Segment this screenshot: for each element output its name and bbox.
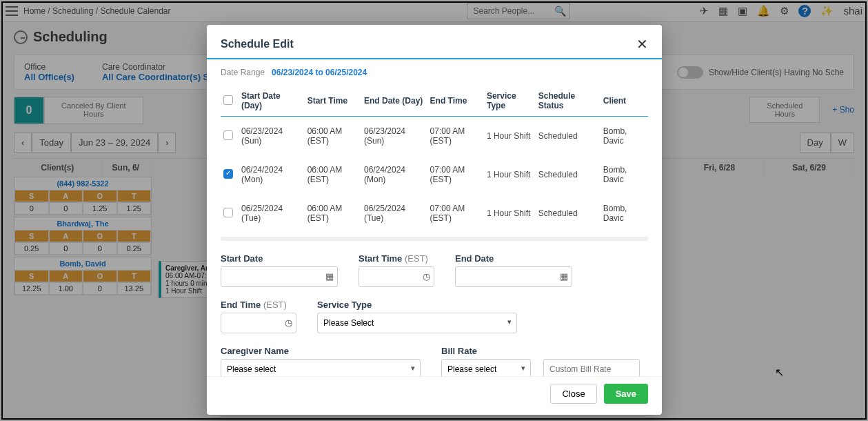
table-cell: 06/23/2024 (Sun) [361,117,427,156]
table-cell: 06:00 AM (EST) [305,155,361,194]
table-cell: 07:00 AM (EST) [427,155,484,194]
select-all-checkbox[interactable] [223,95,233,105]
date-range-row: Date Range 06/23/2024 to 06/25/2024 [221,68,648,77]
end-date-input[interactable] [455,266,572,287]
modal-footer: Close Save [207,376,662,415]
caregiver-select[interactable]: Please select [221,359,421,376]
start-time-label: Start Time (EST) [359,253,434,264]
table-row[interactable]: 06/24/2024 (Mon)06:00 AM (EST)06/24/2024… [221,155,648,194]
schedule-edit-modal: Schedule Edit ✕ Date Range 06/23/2024 to… [207,25,662,415]
row-checkbox[interactable] [223,208,233,217]
row-checkbox[interactable] [223,169,233,179]
service-type-select[interactable]: Please Select [317,313,517,333]
table-cell: 06/24/2024 (Mon) [361,155,427,194]
table-cell: 06/25/2024 (Tue) [239,194,305,233]
table-row[interactable]: 06/23/2024 (Sun)06:00 AM (EST)06/23/2024… [221,117,648,156]
start-date-input[interactable] [221,266,338,287]
table-cell: 1 Hour Shift [484,117,536,156]
table-cell: 07:00 AM (EST) [427,194,484,233]
table-cell: Bomb, Davic [600,194,648,233]
table-cell: Scheduled [536,117,600,156]
th-service-type: Service Type [484,86,536,117]
start-time-input[interactable] [359,266,434,287]
th-end-time: End Time [427,86,484,117]
date-range-label: Date Range [221,68,265,77]
table-cell: 06/23/2024 (Sun) [239,117,305,156]
table-cell: 1 Hour Shift [484,194,536,233]
modal-title: Schedule Edit [221,38,294,50]
table-cell: 06:00 AM (EST) [305,194,361,233]
modal-body: Date Range 06/23/2024 to 06/25/2024 Star… [207,68,662,376]
end-time-label: End Time (EST) [221,300,296,310]
table-cell: 06:00 AM (EST) [305,117,361,156]
table-cell: 1 Hour Shift [484,155,536,194]
table-cell: Scheduled [536,155,600,194]
modal-header: Schedule Edit ✕ [207,25,662,58]
bill-rate-label: Bill Rate [441,346,641,356]
th-status: Schedule Status [536,86,600,117]
table-cell: Bomb, Davic [600,117,648,156]
save-button[interactable]: Save [604,384,648,404]
th-start-time: Start Time [305,86,361,117]
end-date-label: End Date [455,253,572,264]
th-start-date: Start Date (Day) [239,86,305,117]
service-type-label: Service Type [317,300,517,310]
row-checkbox[interactable] [223,130,233,140]
schedule-table: Start Date (Day) Start Time End Date (Da… [221,86,648,233]
close-icon[interactable]: ✕ [636,36,648,52]
table-scrollbar[interactable] [221,237,648,241]
caregiver-label: Caregiver Name [221,346,421,356]
custom-bill-input[interactable] [543,359,640,376]
th-end-date: End Date (Day) [361,86,427,117]
end-time-input[interactable] [221,313,296,333]
table-cell: Bomb, Davic [600,155,648,194]
table-cell: 06/24/2024 (Mon) [239,155,305,194]
bill-rate-select[interactable]: Please select [441,359,531,376]
close-button[interactable]: Close [550,384,596,404]
table-cell: 06/25/2024 (Tue) [361,194,427,233]
table-row[interactable]: 06/25/2024 (Tue)06:00 AM (EST)06/25/2024… [221,194,648,233]
table-cell: Scheduled [536,194,600,233]
th-client: Client [600,86,648,117]
date-range-value[interactable]: 06/23/2024 to 06/25/2024 [272,68,367,77]
table-cell: 07:00 AM (EST) [427,117,484,156]
edit-form: Start Date ▦ Start Time (EST) ◷ End Date… [221,253,648,376]
modal-separator [207,58,662,59]
start-date-label: Start Date [221,253,338,264]
